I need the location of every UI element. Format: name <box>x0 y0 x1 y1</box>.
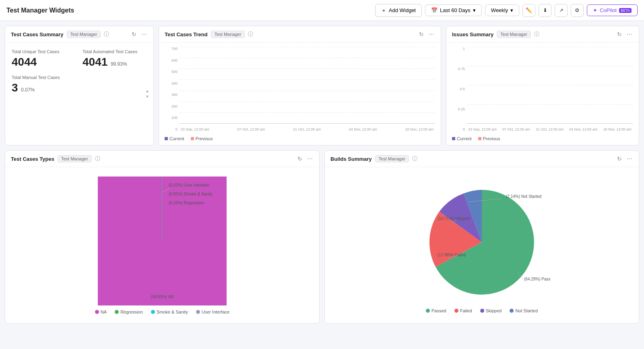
widget-header: Test Cases Types Test Manager ⓘ ↻ ⋯ <box>5 151 319 167</box>
label-failed: (17.86%) Failed <box>438 253 466 257</box>
legend-dot <box>452 137 455 140</box>
test-cases-trend-widget: Test Cases Trend Test Manager ⓘ ↻ ⋯ 700 … <box>159 26 441 145</box>
chart-legend: Current Previous <box>159 134 441 145</box>
widget-title: Test Cases Types <box>11 156 54 162</box>
label-skipped: (10.71%) Skipped <box>438 216 470 221</box>
auto-label: Total Automated Test Cases <box>83 49 147 54</box>
legend-na: NA <box>95 310 107 314</box>
legend-dot <box>115 310 119 314</box>
issues-bar-chart: 1 0.75 0.5 0.25 0 <box>452 47 633 131</box>
add-widget-button[interactable]: ＋ Add Widget <box>375 4 422 17</box>
x-axis: 23 Sep, 12:00 am 07 Oct, 12:00 am 21 Oct… <box>466 127 633 131</box>
legend-dot <box>510 309 514 313</box>
legend-failed: Failed <box>454 308 472 313</box>
y-axis: 700 600 500 400 300 200 100 0 <box>165 47 179 131</box>
beta-badge: BETA <box>619 8 632 13</box>
refresh-button[interactable]: ↻ <box>131 30 137 38</box>
widget-title: Issues Summary <box>452 31 493 37</box>
info-icon[interactable]: ⓘ <box>412 155 417 162</box>
widget-title: Builds Summary <box>330 156 372 162</box>
info-icon[interactable]: ⓘ <box>95 155 100 162</box>
label-passed: (64.29%) Passed <box>524 277 550 281</box>
pencil-icon: ✏️ <box>526 7 532 13</box>
refresh-button[interactable]: ↻ <box>616 30 623 38</box>
more-button[interactable]: ⋯ <box>626 155 633 163</box>
y-axis: 1 0.75 0.5 0.25 0 <box>452 47 466 131</box>
legend-dot <box>426 309 430 313</box>
app-header: Test Manager Widgets ＋ Add Widget 📅 Last… <box>0 0 644 21</box>
more-button[interactable]: ⋯ <box>140 30 148 38</box>
refresh-button[interactable]: ↻ <box>616 155 623 163</box>
builds-pie-container: (7.14%) Not Started (10.71%) Skipped (17… <box>325 167 639 323</box>
calendar-icon: 📅 <box>431 7 438 13</box>
scroll-up-icon[interactable]: ▲ <box>145 89 149 93</box>
chart-legend: Current Previous <box>446 134 639 145</box>
auto-pct: 99.93% <box>111 61 127 67</box>
manual-stat: Total Manual Test Cases 3 0.07% <box>12 75 147 94</box>
info-icon[interactable]: ⓘ <box>248 31 253 38</box>
slice-label-smoke: (0.05%) Smoke & Sanity <box>169 192 213 196</box>
builds-summary-widget: Builds Summary Test Manager ⓘ ↻ ⋯ <box>324 150 639 324</box>
x-axis: 23 Sep, 12:00 am 07 Oct, 12:00 am 21 Oct… <box>179 127 435 131</box>
slice-label-na: (99.83%) NA <box>151 295 173 299</box>
unique-label: Total Unique Test Cases <box>12 49 76 54</box>
builds-pie-wrapper: (7.14%) Not Started (10.71%) Skipped (17… <box>413 178 550 307</box>
date-range-button[interactable]: 📅 Last 60 Days ▾ <box>425 4 482 16</box>
bar-chart: 700 600 500 400 300 200 100 0 <box>165 47 435 131</box>
legend-passed: Passed <box>426 308 446 313</box>
frequency-button[interactable]: Weekly ▾ <box>485 4 519 16</box>
bars-area: 23 Sep, 12:00 am 07 Oct, 12:00 am 21 Oct… <box>179 47 435 131</box>
copilot-button[interactable]: ✦ CoPilot BETA <box>587 4 638 16</box>
copilot-icon: ✦ <box>593 7 597 13</box>
chevron-down-icon: ▾ <box>510 7 513 13</box>
bars-row <box>179 47 435 131</box>
unique-value: 4044 <box>12 56 76 69</box>
slice-label-ui: (0.02%) User Interface <box>169 183 209 187</box>
widget-header: Test Cases Summary Test Manager ⓘ ↻ ⋯ <box>5 26 153 43</box>
legend-regression: Regression <box>115 310 143 314</box>
info-icon[interactable]: ⓘ <box>104 31 109 38</box>
legend-smoke: Smoke & Sanity <box>151 310 188 314</box>
test-cases-summary-widget: Test Cases Summary Test Manager ⓘ ↻ ⋯ To… <box>5 26 154 145</box>
widget-tag: Test Manager <box>211 31 245 38</box>
manual-label: Total Manual Test Cases <box>12 75 147 80</box>
add-icon: ＋ <box>381 7 386 14</box>
share-icon: ↗ <box>559 7 564 13</box>
bars-area: 23 Sep, 12:00 am 07 Oct, 12:00 am 21 Oct… <box>466 47 633 131</box>
auto-value-row: 4041 99.93% <box>83 56 147 69</box>
manual-pct: 0.07% <box>21 87 35 93</box>
manual-value: 3 <box>12 81 18 94</box>
legend-dot <box>478 137 481 140</box>
widget-header: Builds Summary Test Manager ⓘ ↻ ⋯ <box>325 151 639 167</box>
legend-dot <box>196 310 200 314</box>
more-button[interactable]: ⋯ <box>626 30 633 38</box>
test-cases-types-widget: Test Cases Types Test Manager ⓘ ↻ ⋯ <box>5 150 320 324</box>
scroll-arrows: ▲ ▼ <box>145 89 149 99</box>
more-button[interactable]: ⋯ <box>428 30 435 38</box>
widget-tag: Test Manager <box>497 31 531 38</box>
share-button[interactable]: ↗ <box>555 4 568 17</box>
widget-header: Issues Summary Test Manager ⓘ ↻ ⋯ <box>446 26 639 43</box>
info-icon[interactable]: ⓘ <box>534 31 539 38</box>
refresh-button[interactable]: ↻ <box>297 155 303 163</box>
download-icon: ⬇ <box>543 7 547 13</box>
slice-label-regression: (0.10%) Regression <box>169 201 204 205</box>
legend-dot <box>454 309 458 313</box>
more-button[interactable]: ⋯ <box>306 155 314 163</box>
chevron-down-icon: ▾ <box>473 7 476 13</box>
settings-button[interactable]: ⚙ <box>571 4 584 17</box>
issues-chart-area: 1 0.75 0.5 0.25 0 <box>446 43 639 134</box>
widget-title: Test Cases Trend <box>165 31 208 37</box>
stats-grid: Total Unique Test Cases 4044 Total Autom… <box>12 49 147 69</box>
legend-skipped: Skipped <box>480 308 502 313</box>
widget-tag: Test Manager <box>375 155 409 162</box>
download-button[interactable]: ⬇ <box>539 4 551 17</box>
scroll-down-icon[interactable]: ▼ <box>145 95 149 99</box>
refresh-button[interactable]: ↻ <box>418 30 425 38</box>
edit-button[interactable]: ✏️ <box>522 4 535 17</box>
widget-tag: Test Manager <box>58 155 92 162</box>
legend-not-started: Not Started <box>510 308 538 313</box>
manual-value-row: 3 0.07% <box>12 81 147 94</box>
row-1: Test Cases Summary Test Manager ⓘ ↻ ⋯ To… <box>5 26 639 145</box>
widget-tag: Test Manager <box>67 31 101 38</box>
